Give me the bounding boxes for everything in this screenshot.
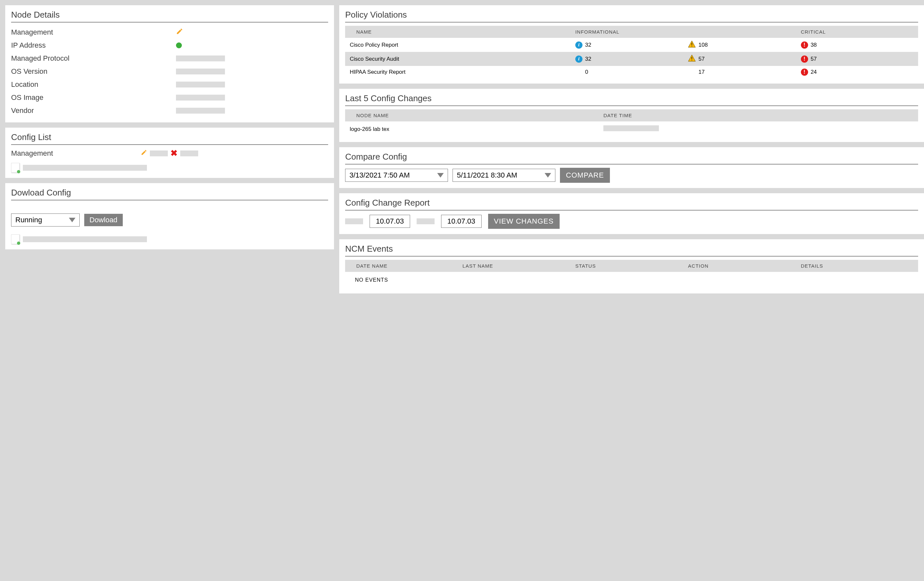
pencil-icon[interactable] xyxy=(141,149,147,158)
download-subrow xyxy=(11,234,328,244)
chevron-down-icon xyxy=(544,173,551,178)
placeholder-value xyxy=(176,95,225,100)
node-detail-label: OS Version xyxy=(11,67,176,76)
compare-to-value: 5/11/2021 8:30 AM xyxy=(457,171,517,179)
change-report-v1-input[interactable]: 10.07.03 xyxy=(370,215,410,228)
download-config-title: Dowload Config xyxy=(11,188,328,201)
placeholder-value xyxy=(23,165,147,171)
view-changes-button[interactable]: VIEW CHANGES xyxy=(488,214,559,229)
warning-icon xyxy=(688,54,696,63)
download-type-select[interactable]: Running xyxy=(11,214,80,227)
compare-config-panel: Compare Config 3/13/2021 7:50 AM 5/11/20… xyxy=(339,147,924,188)
chevron-down-icon xyxy=(437,173,444,178)
col-details: DETAILS xyxy=(801,263,914,268)
policy-table-row[interactable]: HIPAA Security Report 0 17 !24 xyxy=(345,66,918,78)
placeholder-value xyxy=(176,108,225,114)
delete-icon[interactable]: ✖ xyxy=(170,148,178,158)
node-detail-row: Managed Protocol xyxy=(11,52,328,65)
compare-to-select[interactable]: 5/11/2021 8:30 AM xyxy=(452,169,555,182)
pencil-icon[interactable] xyxy=(176,28,183,37)
col-info: INFORMATIONAL xyxy=(575,29,688,35)
download-button[interactable]: Dowload xyxy=(84,214,123,226)
pv-crit: 57 xyxy=(811,56,817,63)
node-detail-label: Location xyxy=(11,80,176,89)
config-list-title: Config List xyxy=(11,132,328,145)
ncm-header: DATE NAME LAST NAME STATUS ACTION DETAIL… xyxy=(345,260,918,272)
ncm-events-title: NCM Events xyxy=(345,244,918,257)
node-details-panel: Node Details Management IP Address Manag… xyxy=(5,5,334,122)
pv-warn: 17 xyxy=(698,69,705,76)
chevron-down-icon xyxy=(69,218,76,222)
col-last-name: LAST NAME xyxy=(463,263,575,268)
download-config-panel: Dowload Config Running Dowload xyxy=(5,183,334,249)
compare-from-select[interactable]: 3/13/2021 7:50 AM xyxy=(345,169,448,182)
policy-violations-panel: Policy Violations NAME INFORMATIONAL CRI… xyxy=(339,5,924,84)
policy-table-row[interactable]: Cisco Policy Report i32 108 !38 xyxy=(345,38,918,52)
pv-name: Cisco Policy Report xyxy=(350,42,575,48)
node-detail-row: Vendor xyxy=(11,104,328,117)
critical-icon: ! xyxy=(801,56,808,63)
svg-rect-1 xyxy=(691,46,692,46)
placeholder-value xyxy=(180,150,198,156)
node-detail-row: OS Image xyxy=(11,91,328,104)
node-detail-row: Management xyxy=(11,26,328,39)
pv-info: 0 xyxy=(585,69,588,76)
placeholder-value xyxy=(417,218,435,224)
node-detail-label: IP Address xyxy=(11,41,176,49)
col-date-name: DATE NAME xyxy=(350,263,462,268)
pv-name: HIPAA Security Report xyxy=(350,69,575,76)
policy-table-row[interactable]: Cisco Security Audit i32 57 !57 xyxy=(345,52,918,66)
ncm-events-panel: NCM Events DATE NAME LAST NAME STATUS AC… xyxy=(339,239,924,293)
warning-icon xyxy=(688,41,696,49)
pv-info: 32 xyxy=(585,42,591,48)
pv-crit: 24 xyxy=(811,69,817,76)
col-name: NAME xyxy=(350,29,575,35)
node-detail-label: Vendor xyxy=(11,106,176,115)
l5-node: logo-265 lab tex xyxy=(350,126,603,133)
info-icon: i xyxy=(575,41,582,49)
file-icon[interactable] xyxy=(11,163,20,173)
last5-header: NODE NAME DATE TIME xyxy=(345,109,918,122)
pv-warn: 108 xyxy=(698,42,708,48)
config-list-row: Management ✖ xyxy=(11,148,328,158)
node-detail-label: OS Image xyxy=(11,93,176,102)
compare-config-title: Compare Config xyxy=(345,152,918,165)
status-dot-icon xyxy=(176,43,182,48)
config-list-panel: Config List Management ✖ xyxy=(5,128,334,178)
ncm-empty: NO EVENTS xyxy=(345,272,918,288)
info-icon: i xyxy=(575,56,582,63)
node-detail-row: Location xyxy=(11,78,328,91)
file-icon[interactable] xyxy=(11,234,20,244)
col-warn xyxy=(688,29,800,35)
change-report-v2-input[interactable]: 10.07.03 xyxy=(441,215,482,228)
placeholder-value xyxy=(345,218,363,224)
placeholder-value xyxy=(603,125,659,131)
svg-rect-0 xyxy=(691,43,692,45)
critical-icon: ! xyxy=(801,41,808,49)
change-report-title: Config Change Report xyxy=(345,198,918,211)
download-type-value: Running xyxy=(15,216,42,224)
pv-info: 32 xyxy=(585,56,591,63)
pv-warn: 57 xyxy=(698,56,705,63)
node-detail-row: OS Version xyxy=(11,65,328,78)
last5-panel: Last 5 Config Changes NODE NAME DATE TIM… xyxy=(339,89,924,142)
change-report-panel: Config Change Report 10.07.03 10.07.03 V… xyxy=(339,193,924,234)
col-crit: CRITICAL xyxy=(801,29,914,35)
placeholder-value xyxy=(23,236,147,242)
compare-from-value: 3/13/2021 7:50 AM xyxy=(349,171,410,179)
placeholder-value xyxy=(176,82,225,87)
col-node-name: NODE NAME xyxy=(350,113,603,118)
policy-table-header: NAME INFORMATIONAL CRITICAL xyxy=(345,26,918,38)
node-detail-row: IP Address xyxy=(11,39,328,52)
compare-button[interactable]: COMPARE xyxy=(560,168,610,183)
placeholder-value xyxy=(150,150,168,156)
config-list-subrow xyxy=(11,163,328,173)
node-detail-label: Management xyxy=(11,28,176,36)
svg-rect-2 xyxy=(691,57,692,59)
col-action: ACTION xyxy=(688,263,800,268)
last5-row[interactable]: logo-265 lab tex xyxy=(345,122,918,137)
col-status: STATUS xyxy=(575,263,688,268)
pv-name: Cisco Security Audit xyxy=(350,56,575,63)
svg-rect-3 xyxy=(691,60,692,60)
node-details-title: Node Details xyxy=(11,10,328,23)
